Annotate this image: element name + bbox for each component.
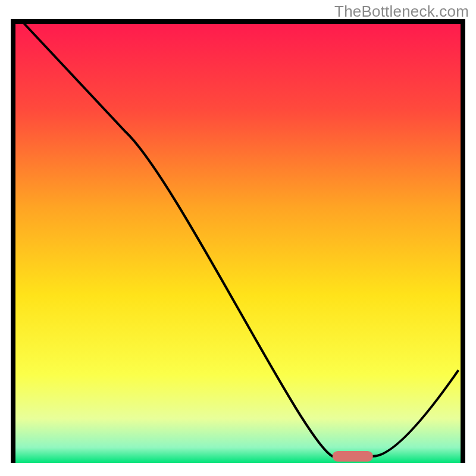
chart-svg	[0, 0, 476, 476]
chart-frame: TheBottleneck.com	[0, 0, 476, 476]
optimal-range-marker	[333, 451, 373, 462]
watermark-text: TheBottleneck.com	[334, 2, 469, 21]
plot-background	[13, 21, 463, 463]
